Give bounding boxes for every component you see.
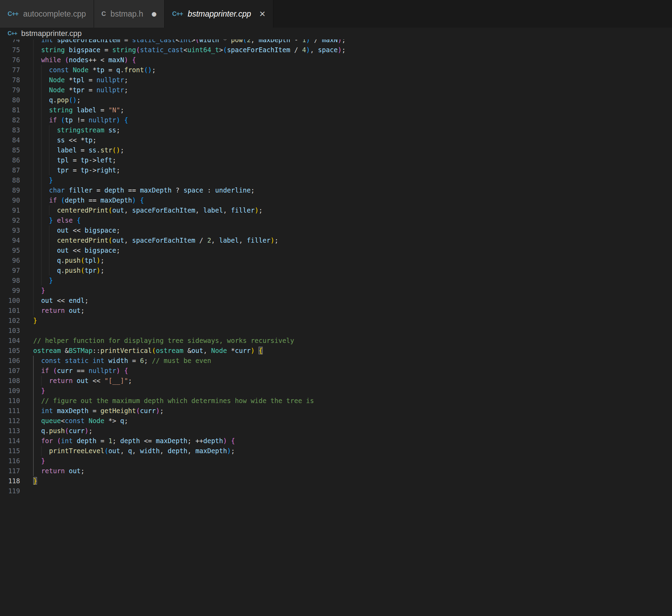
line-number[interactable]: 86 [0, 155, 20, 165]
code-line-90[interactable]: 90 if (depth == maxDepth) { [0, 195, 672, 205]
code-editor[interactable]: 74 int spaceForEachItem = static_cast<in… [0, 39, 672, 616]
code-line-78[interactable]: 78 Node *tpl = nullptr; [0, 75, 672, 85]
code-line-112[interactable]: 112 queue<const Node *> q; [0, 416, 672, 426]
line-number[interactable]: 98 [0, 276, 20, 286]
line-number[interactable]: 106 [0, 356, 20, 366]
code-line-113[interactable]: 113 q.push(curr); [0, 426, 672, 436]
line-number[interactable]: 110 [0, 396, 20, 406]
code-line-79[interactable]: 79 Node *tpr = nullptr; [0, 85, 672, 95]
line-number[interactable]: 119 [0, 486, 20, 496]
line-number[interactable]: 89 [0, 185, 20, 195]
line-number[interactable]: 88 [0, 175, 20, 185]
code-line-96[interactable]: 96 q.push(tpl); [0, 255, 672, 265]
line-number[interactable]: 105 [0, 346, 20, 356]
line-number[interactable]: 101 [0, 306, 20, 316]
line-number[interactable]: 95 [0, 245, 20, 255]
code-line-109[interactable]: 109 } [0, 386, 672, 396]
line-number[interactable]: 79 [0, 85, 20, 95]
line-number[interactable]: 83 [0, 125, 20, 135]
line-number[interactable]: 85 [0, 145, 20, 155]
line-number[interactable]: 84 [0, 135, 20, 145]
code-line-107[interactable]: 107 if (curr == nullptr) { [0, 366, 672, 376]
line-number[interactable]: 77 [0, 65, 20, 75]
code-line-88[interactable]: 88 } [0, 175, 672, 185]
line-number[interactable]: 111 [0, 406, 20, 416]
line-number[interactable]: 109 [0, 386, 20, 396]
modified-dot-icon[interactable]: ● [151, 10, 157, 17]
line-number[interactable]: 74 [0, 39, 20, 45]
code-line-74[interactable]: 74 int spaceForEachItem = static_cast<in… [0, 39, 672, 45]
code-line-76[interactable]: 76 while (nodes++ < maxN) { [0, 55, 672, 65]
line-number[interactable]: 108 [0, 376, 20, 386]
code-line-85[interactable]: 85 label = ss.str(); [0, 145, 672, 155]
line-number[interactable]: 76 [0, 55, 20, 65]
line-number[interactable]: 107 [0, 366, 20, 376]
line-number[interactable]: 81 [0, 105, 20, 115]
line-number[interactable]: 100 [0, 296, 20, 306]
line-number[interactable]: 103 [0, 326, 20, 336]
line-number[interactable]: 91 [0, 205, 20, 215]
code-line-75[interactable]: 75 string bigspace = string(static_cast<… [0, 45, 672, 55]
code-line-83[interactable]: 83 stringstream ss; [0, 125, 672, 135]
line-number[interactable]: 104 [0, 336, 20, 346]
code-line-87[interactable]: 87 tpr = tp->right; [0, 165, 672, 175]
code-line-91[interactable]: 91 centeredPrint(out, spaceForEachItem, … [0, 205, 672, 215]
line-number[interactable]: 92 [0, 215, 20, 225]
code-line-89[interactable]: 89 char filler = depth == maxDepth ? spa… [0, 185, 672, 195]
line-number[interactable]: 114 [0, 436, 20, 446]
breadcrumb[interactable]: C++ bstmapprinter.cpp [0, 28, 672, 39]
code-line-95[interactable]: 95 out << bigspace; [0, 245, 672, 255]
code-line-115[interactable]: 115 printTreeLevel(out, q, width, depth,… [0, 446, 672, 456]
tab-bstmapprinter-cpp[interactable]: C++ bstmapprinter.cpp × [165, 0, 273, 28]
code-line-101[interactable]: 101 return out; [0, 306, 672, 316]
line-number[interactable]: 118 [0, 476, 20, 486]
line-number[interactable]: 94 [0, 235, 20, 245]
code-line-118[interactable]: 118} [0, 476, 672, 486]
line-number[interactable]: 116 [0, 456, 20, 466]
code-line-104[interactable]: 104// helper function for displaying tre… [0, 336, 672, 346]
code-line-117[interactable]: 117 return out; [0, 466, 672, 476]
code-token [104, 126, 108, 134]
code-line-119[interactable]: 119 [0, 486, 672, 496]
line-number[interactable]: 97 [0, 265, 20, 276]
code-line-77[interactable]: 77 const Node *tp = q.front(); [0, 65, 672, 75]
line-number[interactable]: 80 [0, 95, 20, 105]
line-number[interactable]: 117 [0, 466, 20, 476]
line-number[interactable]: 96 [0, 255, 20, 265]
code-line-103[interactable]: 103 [0, 326, 672, 336]
code-line-94[interactable]: 94 centeredPrint(out, spaceForEachItem /… [0, 235, 672, 245]
line-number[interactable]: 82 [0, 115, 20, 125]
tab-bstmap-h[interactable]: C bstmap.h ● [94, 0, 165, 28]
code-line-93[interactable]: 93 out << bigspace; [0, 225, 672, 235]
code-line-102[interactable]: 102} [0, 316, 672, 326]
line-number[interactable]: 115 [0, 446, 20, 456]
code-line-81[interactable]: 81 string label = "N"; [0, 105, 672, 115]
line-number[interactable]: 87 [0, 165, 20, 175]
code-line-82[interactable]: 82 if (tp != nullptr) { [0, 115, 672, 125]
code-line-114[interactable]: 114 for (int depth = 1; depth <= maxDept… [0, 436, 672, 446]
line-number[interactable]: 93 [0, 225, 20, 235]
code-line-92[interactable]: 92 } else { [0, 215, 672, 225]
code-line-86[interactable]: 86 tpl = tp->left; [0, 155, 672, 165]
line-number[interactable]: 112 [0, 416, 20, 426]
code-line-98[interactable]: 98 } [0, 276, 672, 286]
code-line-105[interactable]: 105ostream &BSTMap::printVertical(ostrea… [0, 346, 672, 356]
code-line-111[interactable]: 111 int maxDepth = getHeight(curr); [0, 406, 672, 416]
code-line-100[interactable]: 100 out << endl; [0, 296, 672, 306]
code-line-80[interactable]: 80 q.pop(); [0, 95, 672, 105]
code-line-106[interactable]: 106 const static int width = 6; // must … [0, 356, 672, 366]
line-number[interactable]: 99 [0, 286, 20, 296]
code-line-110[interactable]: 110 // figure out the maximum depth whic… [0, 396, 672, 406]
code-line-84[interactable]: 84 ss << *tp; [0, 135, 672, 145]
line-number[interactable]: 75 [0, 45, 20, 55]
code-line-108[interactable]: 108 return out << "[__]"; [0, 376, 672, 386]
code-line-97[interactable]: 97 q.push(tpr); [0, 265, 672, 276]
line-number[interactable]: 78 [0, 75, 20, 85]
code-line-99[interactable]: 99 } [0, 286, 672, 296]
line-number[interactable]: 113 [0, 426, 20, 436]
code-line-116[interactable]: 116 } [0, 456, 672, 466]
line-number[interactable]: 90 [0, 195, 20, 205]
close-icon[interactable]: × [259, 9, 265, 19]
tab-autocomplete-cpp[interactable]: C++ autocomplete.cpp [0, 0, 94, 28]
line-number[interactable]: 102 [0, 316, 20, 326]
